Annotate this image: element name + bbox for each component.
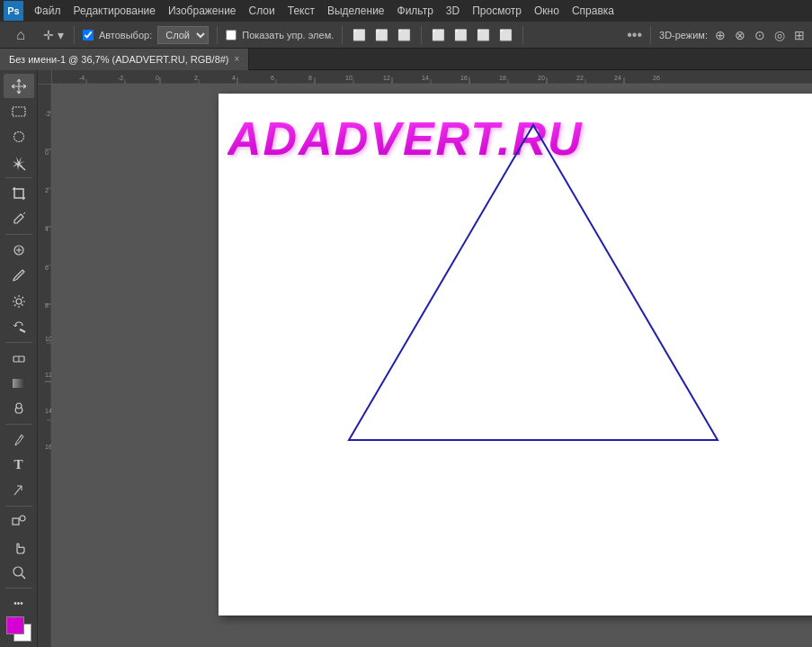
menu-file[interactable]: Файл (29, 3, 67, 19)
show-transform-label: Показать упр. элем. (242, 30, 334, 40)
tool-eyedropper[interactable] (4, 207, 34, 231)
tool-shape[interactable] (4, 509, 34, 534)
tool-history-brush[interactable] (4, 314, 34, 338)
svg-text:6: 6 (271, 75, 274, 81)
svg-text:-2: -2 (118, 75, 123, 81)
tool-path-select[interactable] (4, 478, 34, 502)
divider-2 (217, 26, 218, 44)
autoselectcheckbox[interactable] (83, 30, 94, 40)
svg-line-15 (22, 575, 25, 579)
svg-text:-4: -4 (79, 75, 85, 81)
svg-text:0: 0 (45, 149, 49, 156)
svg-point-14 (13, 567, 22, 576)
ruler-corner (38, 70, 52, 85)
menu-layers[interactable]: Слои (244, 3, 281, 19)
threed-btn3[interactable]: ⊙ (753, 26, 767, 44)
menu-help[interactable]: Справка (567, 3, 620, 19)
svg-text:-2: -2 (45, 111, 50, 117)
svg-text:4: 4 (232, 75, 236, 81)
tool-type[interactable]: T (4, 453, 34, 477)
svg-marker-68 (349, 125, 718, 440)
horizontal-ruler: -4 -2 0 2 4 6 8 10 12 14 16 18 20 22 (38, 70, 812, 85)
svg-point-13 (20, 516, 25, 521)
threed-btn4[interactable]: ◎ (772, 26, 787, 44)
align-left[interactable]: ⬜ (430, 27, 447, 43)
tool-select-rect[interactable] (4, 99, 34, 123)
menu-text[interactable]: Текст (282, 3, 320, 19)
color-picker[interactable] (6, 616, 31, 642)
svg-text:8: 8 (308, 75, 312, 81)
tool-zoom[interactable] (4, 560, 34, 584)
menu-view[interactable]: Просмотр (467, 3, 527, 19)
tab-bar: Без имени-1 @ 36,7% (ADADVERT.RU, RGB/8#… (0, 49, 812, 70)
divider-5 (522, 26, 523, 44)
svg-text:2: 2 (45, 187, 49, 193)
show-transform-checkbox[interactable] (226, 30, 236, 40)
tab-close-button[interactable]: × (235, 54, 240, 64)
svg-text:14: 14 (45, 408, 52, 414)
separator-1 (5, 177, 32, 178)
threed-btn1[interactable]: ⊕ (713, 26, 727, 44)
tool-clone[interactable] (4, 289, 34, 313)
tool-more[interactable]: ••• (4, 591, 34, 616)
vertical-ruler: -2 0 2 4 6 8 10 12 (38, 85, 52, 647)
distribute[interactable]: ⬜ (497, 27, 514, 43)
separator-6 (5, 588, 32, 589)
svg-text:10: 10 (345, 75, 352, 81)
svg-text:12: 12 (383, 75, 390, 81)
tool-dodge[interactable] (4, 396, 34, 420)
divider-3 (342, 26, 343, 44)
tool-lasso[interactable] (4, 125, 34, 149)
svg-text:12: 12 (45, 372, 52, 378)
document-tab[interactable]: Без имени-1 @ 36,7% (ADADVERT.RU, RGB/8#… (0, 49, 249, 70)
svg-text:24: 24 (614, 75, 621, 81)
svg-text:4: 4 (45, 226, 49, 232)
tool-hand[interactable] (4, 535, 34, 559)
threed-btn5[interactable]: ⊞ (792, 26, 807, 44)
svg-point-10 (16, 403, 22, 409)
align-right[interactable]: ⬜ (475, 27, 492, 43)
ps-logo: Ps (4, 1, 23, 21)
svg-text:16: 16 (460, 75, 468, 81)
foreground-color-swatch[interactable] (6, 616, 24, 634)
autoselect-label: Автовыбор: (99, 30, 152, 40)
ruler-h-strip: -4 -2 0 2 4 6 8 10 12 14 16 18 20 22 (52, 70, 812, 85)
menu-selection[interactable]: Выделение (322, 3, 390, 19)
home-button[interactable]: ⌂ (5, 22, 36, 48)
tool-pen[interactable] (4, 427, 34, 452)
more-options[interactable]: ••• (627, 27, 642, 43)
menu-3d[interactable]: 3D (441, 3, 465, 19)
document-canvas[interactable]: ADADVERT.RU (219, 94, 812, 616)
tool-move[interactable] (4, 74, 34, 98)
menu-image[interactable]: Изображение (163, 3, 242, 19)
menu-filter[interactable]: Фильтр (392, 3, 439, 19)
threed-btn2[interactable]: ⊗ (733, 26, 747, 44)
menu-window[interactable]: Окно (529, 3, 565, 19)
svg-text:2: 2 (194, 75, 198, 81)
tool-gradient[interactable] (4, 371, 34, 395)
tool-magic-wand[interactable] (4, 150, 34, 175)
tool-crop[interactable] (4, 181, 34, 205)
options-bar: ⌂ ✛ ▾ Автовыбор: Слой Показать упр. элем… (0, 22, 812, 49)
tool-brush[interactable] (4, 263, 34, 287)
align-vcenter[interactable]: ⬜ (373, 27, 390, 43)
move-tool-options[interactable]: ✛ ▾ (41, 26, 66, 44)
threed-label: 3D-режим: (659, 30, 708, 40)
align-top[interactable]: ⬜ (351, 27, 368, 43)
svg-text:16: 16 (45, 444, 52, 450)
color-area[interactable] (6, 616, 31, 642)
align-bottom[interactable]: ⬜ (396, 27, 413, 43)
svg-rect-9 (13, 379, 25, 388)
divider-4 (421, 26, 422, 44)
separator-4 (5, 424, 32, 425)
align-hcenter[interactable]: ⬜ (452, 27, 469, 43)
tool-spot-heal[interactable] (4, 238, 34, 262)
main-area: T ••• (0, 70, 812, 647)
menu-bar: Ps Файл Редактирование Изображение Слои … (0, 0, 812, 22)
svg-text:8: 8 (45, 302, 49, 309)
autoselect-dropdown[interactable]: Слой (157, 26, 209, 44)
tool-eraser[interactable] (4, 346, 34, 370)
triangle-shape (340, 107, 727, 458)
menu-edit[interactable]: Редактирование (68, 3, 161, 19)
canvas-area: -2 0 2 4 6 8 10 12 (38, 85, 812, 647)
